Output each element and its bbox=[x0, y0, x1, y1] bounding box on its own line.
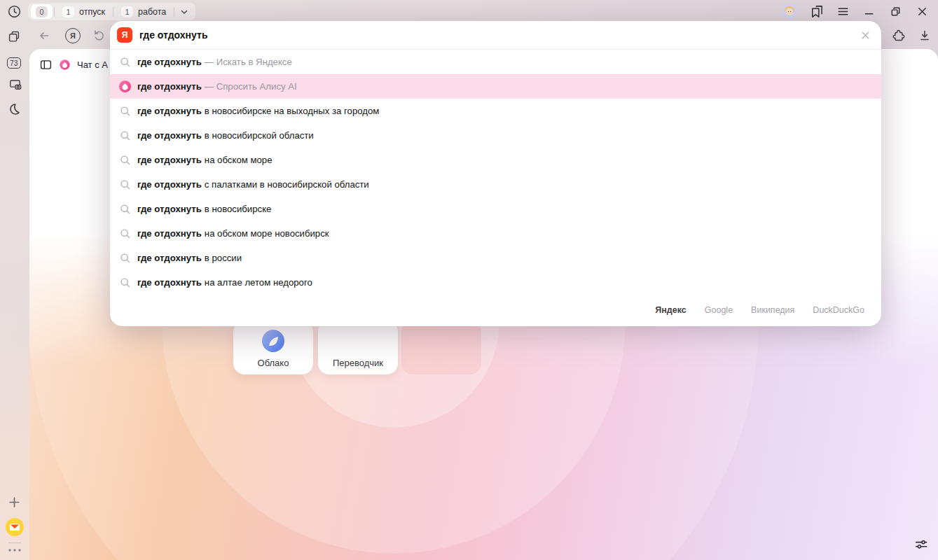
tile-translator[interactable]: A Переводчик bbox=[318, 321, 398, 374]
address-bar[interactable]: Я где отдохнуть bbox=[110, 21, 881, 50]
extensions-puzzle-icon[interactable] bbox=[890, 28, 906, 43]
search-icon bbox=[118, 154, 132, 166]
bookmarks-panel-icon[interactable] bbox=[809, 4, 824, 19]
tile-label: Переводчик bbox=[318, 358, 398, 368]
tab-groups-pill: 0 1 отпуск 1 работа bbox=[28, 3, 195, 20]
search-icon bbox=[118, 252, 132, 264]
alice-icon bbox=[118, 80, 132, 93]
refresh-button[interactable] bbox=[91, 28, 106, 43]
suggestion-item[interactable]: где отдохнутьв новосибирске на выходных … bbox=[110, 99, 881, 123]
engine-google[interactable]: Google bbox=[705, 305, 733, 315]
address-bar-query[interactable]: где отдохнуть bbox=[139, 29, 208, 41]
divider bbox=[54, 7, 55, 17]
tab-group-count: 1 bbox=[121, 6, 133, 18]
suggestion-item[interactable]: где отдохнутьс палатками в новосибирской… bbox=[110, 172, 881, 197]
profile-avatar[interactable] bbox=[782, 4, 797, 19]
search-icon bbox=[118, 105, 132, 117]
cloud-app-icon bbox=[261, 329, 285, 353]
engine-yandex[interactable]: Яндекс bbox=[655, 305, 686, 315]
engine-duckduckgo[interactable]: DuckDuckGo bbox=[813, 305, 864, 315]
tab-group-current[interactable]: 0 bbox=[31, 4, 53, 19]
history-clock-icon[interactable] bbox=[6, 4, 22, 20]
divider bbox=[113, 7, 113, 17]
suggestion-item[interactable]: где отдохнутьна обском море новосибирск bbox=[110, 221, 881, 246]
suggestion-search-in-yandex[interactable]: где отдохнуть— Искать в Яндексе bbox=[110, 50, 881, 74]
suggestion-item[interactable]: где отдохнутьв россии bbox=[110, 246, 881, 270]
tab-group-count: 0 bbox=[36, 6, 48, 18]
window-minimize-button[interactable] bbox=[862, 5, 876, 18]
downloads-icon[interactable] bbox=[917, 28, 932, 43]
left-sidebar: 73 bbox=[0, 22, 29, 560]
tile-label: Облако bbox=[233, 358, 313, 368]
tab-group-label: отпуск bbox=[79, 7, 105, 17]
yandex-logo-icon[interactable]: Я bbox=[117, 27, 132, 43]
suggestion-list: где отдохнуть— Искать в Яндексе где отдо… bbox=[110, 50, 881, 295]
alice-icon bbox=[59, 59, 71, 71]
search-icon bbox=[118, 203, 132, 215]
mail-icon[interactable] bbox=[6, 518, 24, 536]
suggestion-item[interactable]: где отдохнутьв новосибирской области bbox=[110, 123, 881, 148]
window-top-bar: 0 1 отпуск 1 работа bbox=[0, 0, 938, 22]
omnibox-dropdown: Я где отдохнуть где отдохнуть— Искать в … bbox=[110, 21, 881, 326]
suggestion-item[interactable]: где отдохнутьв новосибирске bbox=[110, 197, 881, 221]
tab-group-count: 1 bbox=[62, 6, 74, 18]
search-icon bbox=[118, 276, 132, 288]
divider bbox=[8, 542, 21, 543]
dark-mode-moon-icon[interactable] bbox=[7, 102, 22, 116]
tile-cloud[interactable]: Облако bbox=[233, 321, 313, 374]
back-button[interactable] bbox=[36, 28, 52, 43]
search-engine-switcher: Яндекс Google Википедия DuckDuckGo bbox=[110, 295, 881, 326]
yandex-home-button[interactable]: Я bbox=[65, 28, 81, 43]
suggestion-item[interactable]: где отдохнутьна алтае летом недорого bbox=[110, 270, 881, 295]
tile-empty[interactable] bbox=[401, 321, 481, 374]
alice-chat-header: Чат с А bbox=[39, 58, 108, 71]
side-panel-toggle-icon[interactable] bbox=[39, 58, 53, 71]
search-icon bbox=[118, 227, 132, 239]
background-settings-sliders-icon[interactable] bbox=[913, 536, 929, 552]
search-icon bbox=[118, 130, 132, 141]
engine-wikipedia[interactable]: Википедия bbox=[751, 305, 794, 315]
tab-group-rabota[interactable]: 1 работа bbox=[115, 4, 172, 19]
add-panel-plus-icon[interactable] bbox=[7, 495, 22, 510]
suggestion-ask-alice[interactable]: где отдохнуть— Спросить Алису AI bbox=[110, 74, 881, 99]
more-options-dots-icon[interactable] bbox=[6, 547, 23, 554]
tab-groups-chevron-down-icon[interactable] bbox=[176, 7, 193, 17]
suggestion-item[interactable]: где отдохнутьна обском море bbox=[110, 148, 881, 172]
tab-group-label: работа bbox=[138, 7, 166, 17]
search-icon bbox=[118, 178, 132, 190]
chat-header-label: Чат с А bbox=[77, 59, 108, 70]
tab-group-otpusk[interactable]: 1 отпуск bbox=[56, 4, 111, 19]
menu-hamburger-icon[interactable] bbox=[836, 5, 850, 18]
window-restore-button[interactable] bbox=[889, 5, 902, 18]
divider bbox=[174, 7, 174, 17]
tab-counter-badge[interactable]: 73 bbox=[7, 57, 21, 69]
clear-query-icon[interactable] bbox=[860, 21, 871, 49]
search-icon bbox=[118, 56, 132, 68]
tab-counter-value: 73 bbox=[7, 57, 21, 69]
window-close-button[interactable] bbox=[916, 5, 929, 18]
screenshot-tool-icon[interactable] bbox=[7, 76, 23, 92]
